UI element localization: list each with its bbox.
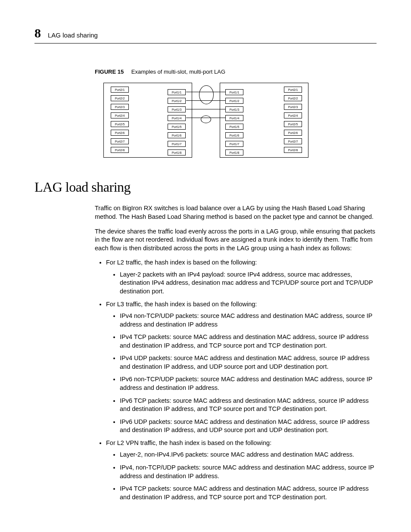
paragraph: Traffic on BigIron RX switches is load b… (95, 204, 377, 221)
port-label: Port2/1 (284, 87, 302, 93)
left-outer-port-column: Port2/1 Port2/2 Port2/3 Port2/4 Port2/5 … (111, 87, 129, 156)
port-label: Port1/2 (168, 98, 186, 104)
port-label: Port2/5 (111, 121, 129, 127)
list-item: For L2 VPN traffic, the hash index is ba… (106, 439, 377, 501)
list-item: IPv6 TCP packets: source MAC address and… (120, 397, 377, 414)
bullet-sublist: IPv4 non-TCP/UDP packets: source MAC add… (106, 312, 377, 435)
port-label: Port1/5 (225, 124, 243, 130)
list-item: IPv4 UDP packets: source MAC address and… (120, 354, 377, 371)
port-label: Port1/5 (168, 124, 186, 130)
section-heading: LAG load sharing (34, 179, 377, 195)
right-switch: Port1/1 Port1/2 Port1/3 Port1/4 Port1/5 … (220, 83, 308, 158)
figure-caption-text: Examples of multi-slot, multi-port LAG (131, 68, 225, 75)
list-item: IPv6 UDP packets: source MAC address and… (120, 418, 377, 435)
port-label: Port1/4 (225, 115, 243, 121)
list-item: IPv4 TCP packets: source MAC address and… (120, 333, 377, 350)
list-item: For L2 traffic, the hash index is based … (106, 258, 377, 296)
port-label: Port2/3 (284, 104, 302, 110)
figure-diagram: Port2/1 Port2/2 Port2/3 Port2/4 Port2/5 … (103, 83, 308, 159)
list-item: IPv4, non-TCP/UDP packets: source MAC ad… (120, 464, 377, 480)
ellipse-icon (199, 85, 214, 104)
ellipse-icon (201, 115, 211, 123)
chapter-number: 8 (34, 26, 41, 40)
list-item: Layer-2 packets with an IPv4 payload: so… (120, 271, 377, 296)
port-label: Port1/8 (168, 149, 186, 156)
port-label: Port2/6 (284, 130, 302, 136)
port-label: Port1/3 (168, 106, 186, 112)
bullet-sublist: Layer-2, non-IPv4.IPv6 packets: source M… (106, 451, 377, 501)
list-item: IPv4 TCP packets: source MAC address and… (120, 485, 377, 501)
list-item: Layer-2, non-IPv4.IPv6 packets: source M… (120, 451, 377, 459)
port-label: Port2/3 (111, 104, 129, 110)
list-item-text: For L2 VPN traffic, the hash index is ba… (106, 439, 271, 446)
right-inner-port-column: Port1/1 Port1/2 Port1/3 Port1/4 Port1/5 … (225, 89, 243, 158)
port-label: Port1/7 (168, 141, 186, 147)
port-label: Port2/1 (111, 87, 129, 93)
list-item: IPv6 non-TCP/UDP packets: source MAC add… (120, 375, 377, 392)
page: 8 LAG load sharing FIGURE 15 Examples of… (0, 0, 411, 532)
list-item-text: For L3 traffic, the hash index is based … (106, 301, 257, 308)
list-item: IPv4 non-TCP/UDP packets: source MAC add… (120, 312, 377, 329)
body-text: Traffic on BigIron RX switches is load b… (95, 204, 377, 252)
port-label: Port2/2 (111, 95, 129, 101)
paragraph: The device shares the traffic load evenl… (95, 227, 377, 253)
running-header-title: LAG load sharing (48, 31, 98, 39)
port-label: Port1/6 (168, 132, 186, 138)
port-label: Port1/7 (225, 141, 243, 147)
port-label: Port1/2 (225, 98, 243, 104)
port-label: Port2/7 (111, 138, 129, 144)
port-label: Port2/7 (284, 138, 302, 144)
port-label: Port2/8 (284, 147, 302, 153)
port-label: Port1/4 (168, 115, 186, 121)
bullet-sublist: Layer-2 packets with an IPv4 payload: so… (106, 271, 377, 296)
left-switch: Port2/1 Port2/2 Port2/3 Port2/4 Port2/5 … (103, 83, 192, 158)
port-label: Port2/5 (284, 121, 302, 127)
figure-caption: FIGURE 15 Examples of multi-slot, multi-… (95, 68, 377, 75)
port-label: Port2/2 (284, 95, 302, 101)
port-label: Port1/1 (168, 89, 186, 95)
lag-link (186, 109, 226, 109)
left-inner-port-column: Port1/1 Port1/2 Port1/3 Port1/4 Port1/5 … (168, 89, 186, 158)
port-label: Port1/6 (225, 132, 243, 138)
port-label: Port2/4 (111, 112, 129, 118)
port-label: Port2/4 (284, 112, 302, 118)
port-label: Port2/6 (111, 130, 129, 136)
port-label: Port1/3 (225, 106, 243, 112)
port-label: Port2/8 (111, 147, 129, 153)
port-label: Port1/8 (225, 149, 243, 156)
bullet-list: For L2 traffic, the hash index is based … (95, 258, 377, 501)
right-outer-port-column: Port2/1 Port2/2 Port2/3 Port2/4 Port2/5 … (284, 87, 302, 156)
page-header: 8 LAG load sharing (34, 26, 377, 44)
list-item: For L3 traffic, the hash index is based … (106, 300, 377, 435)
figure-label: FIGURE 15 (95, 68, 124, 75)
list-item-text: For L2 traffic, the hash index is based … (106, 259, 257, 266)
port-label: Port1/1 (225, 89, 243, 95)
